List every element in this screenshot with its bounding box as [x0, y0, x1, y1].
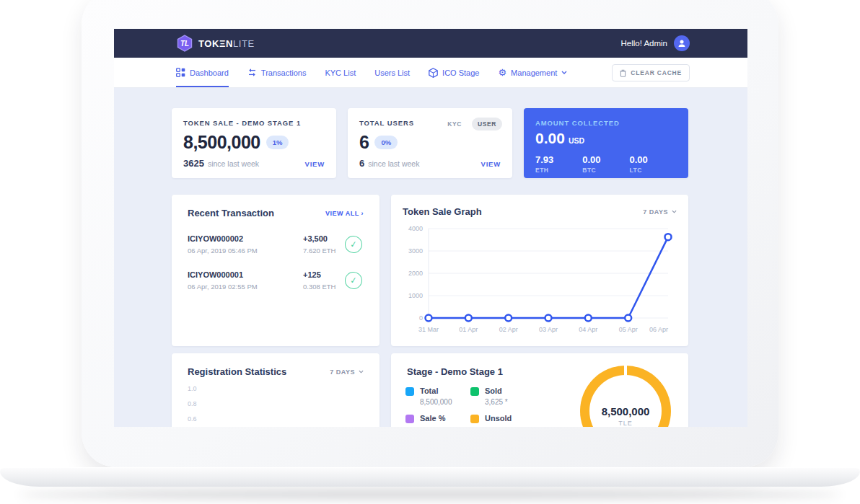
- legend-item-sale-pct: Sale %: [405, 414, 445, 423]
- svg-text:06 Apr: 06 Apr: [649, 326, 668, 333]
- svg-text:3000: 3000: [408, 247, 423, 255]
- legend-item-total: Total 8,500,000: [405, 386, 452, 406]
- amount-collected-title: AMOUNT COLLECTED: [535, 119, 677, 127]
- ltc-label: LTC: [630, 167, 677, 174]
- gauge-center: 8,500,000 TLE: [580, 405, 671, 427]
- coin-btc: 0.00 BTC: [582, 154, 629, 174]
- svg-text:0: 0: [419, 314, 423, 322]
- legend-item-sold: Sold 3,625 *: [470, 386, 508, 406]
- token-sale-delta: 3625: [183, 158, 204, 169]
- chevron-down-icon: [672, 210, 677, 213]
- svg-text:02 Apr: 02 Apr: [499, 326, 518, 333]
- total-users-badge: 0%: [374, 136, 398, 149]
- eth-value: 7.93: [535, 154, 582, 165]
- svg-text:05 Apr: 05 Apr: [619, 326, 638, 333]
- laptop-shadow: [19, 490, 841, 499]
- token-sale-card: TOKEN SALE - DEMO STAGE 1 8,500,000 1% 3…: [172, 108, 336, 178]
- total-users-delta-text: since last week: [368, 159, 419, 168]
- legend-swatch-sold: [470, 387, 479, 396]
- token-sale-badge: 1%: [266, 136, 289, 149]
- tx-date: 06 Apr, 2019 02:55 PM: [188, 283, 258, 291]
- chevron-down-icon: [359, 370, 364, 373]
- svg-text:2000: 2000: [408, 270, 423, 277]
- eth-label: ETH: [535, 167, 582, 174]
- coin-eth: 7.93 ETH: [535, 154, 582, 174]
- token-sale-delta-text: since last week: [208, 159, 259, 168]
- total-users-card: TOTAL USERS KYC USER 6 0% 6 since last w…: [348, 108, 512, 178]
- legend-swatch-total: [405, 387, 414, 396]
- content-area: TOKEN SALE - DEMO STAGE 1 8,500,000 1% 3…: [172, 29, 688, 427]
- transaction-row[interactable]: ICIYOW000002 06 Apr, 2019 05:46 PM +3,50…: [188, 234, 364, 255]
- svg-text:1000: 1000: [408, 292, 423, 299]
- graph-title: Token Sale Graph: [403, 206, 482, 217]
- legend-item-unsold: Unsold: [470, 414, 512, 423]
- gauge-value: 8,500,000: [580, 405, 671, 417]
- range-dropdown[interactable]: 7 DAYS: [330, 368, 364, 376]
- confirmed-check-icon: ✓: [344, 271, 363, 290]
- y-axis-tick: 0.6: [188, 415, 364, 423]
- registration-statistics-card: Registration Statistics 7 DAYS 1.0 0.8 0…: [172, 353, 379, 427]
- dashboard-viewport: TL TOKΞNLITE Hello! Admin: [114, 29, 747, 427]
- tx-amounts: +125 0.308 ETH: [303, 270, 335, 291]
- laptop-base: [0, 467, 860, 487]
- tx-eth: 0.308 ETH: [303, 283, 335, 291]
- tx-id: ICIYOW000001: [188, 270, 258, 279]
- total-users-value: 6: [359, 132, 369, 153]
- svg-text:04 Apr: 04 Apr: [579, 326, 597, 333]
- btc-label: BTC: [582, 167, 629, 174]
- tx-id: ICIYOW000002: [188, 234, 258, 243]
- amount-collected-card: AMOUNT COLLECTED 0.00 USD 7.93 ETH 0.00 …: [524, 108, 688, 178]
- gauge-unit: TLE: [580, 420, 671, 427]
- stage-title: Stage - Demo Stage 1: [407, 366, 503, 377]
- stage-gauge-card: Stage - Demo Stage 1 Total 8,500,000 Sol…: [391, 353, 688, 427]
- tx-left: ICIYOW000001 06 Apr, 2019 02:55 PM: [188, 270, 258, 291]
- usd-label: USD: [569, 136, 584, 145]
- toggle-user[interactable]: USER: [472, 118, 502, 131]
- token-sale-title: TOKEN SALE - DEMO STAGE 1: [183, 119, 325, 127]
- tx-left: ICIYOW000002 06 Apr, 2019 05:46 PM: [188, 234, 258, 255]
- total-users-view-link[interactable]: VIEW: [481, 160, 501, 168]
- token-sale-graph-card: Token Sale Graph 7 DAYS 4000300020001000…: [391, 195, 688, 346]
- tx-amount: +125: [303, 270, 335, 279]
- confirmed-check-icon: ✓: [344, 235, 363, 254]
- tx-amount: +3,500: [303, 234, 335, 243]
- coin-totals: 7.93 ETH 0.00 BTC 0.00 LTC: [535, 154, 677, 174]
- y-axis-tick: 0.8: [188, 400, 364, 407]
- registration-title: Registration Statistics: [188, 366, 286, 377]
- transaction-row[interactable]: ICIYOW000001 06 Apr, 2019 02:55 PM +125 …: [188, 270, 364, 291]
- token-sale-value: 8,500,000: [183, 132, 260, 153]
- view-all-link[interactable]: VIEW ALL ›: [325, 210, 364, 217]
- page: TL TOKΞNLITE Hello! Admin: [0, 0, 860, 504]
- kyc-user-toggle: KYC USER: [442, 118, 502, 131]
- legend-swatch-unsold: [470, 415, 479, 423]
- token-sale-view-link[interactable]: VIEW: [305, 160, 325, 168]
- svg-text:4000: 4000: [408, 225, 423, 232]
- coin-ltc: 0.00 LTC: [630, 154, 677, 174]
- tx-date: 06 Apr, 2019 05:46 PM: [188, 247, 258, 255]
- tx-amounts: +3,500 7.620 ETH: [303, 234, 335, 255]
- y-axis-tick: 1.0: [188, 385, 364, 392]
- svg-text:31 Mar: 31 Mar: [418, 326, 439, 333]
- range-dropdown[interactable]: 7 DAYS: [643, 208, 677, 216]
- ltc-value: 0.00: [630, 154, 677, 165]
- legend-swatch-sale-pct: [405, 415, 414, 423]
- transactions-title: Recent Transaction: [188, 208, 274, 218]
- total-users-delta: 6: [359, 158, 364, 169]
- usd-value: 0.00: [535, 130, 565, 147]
- token-sale-line-chart: 4000300020001000031 Mar01 Apr02 Apr03 Ap…: [403, 221, 677, 338]
- svg-text:03 Apr: 03 Apr: [539, 326, 558, 333]
- recent-transactions-card: Recent Transaction VIEW ALL › ICIYOW0000…: [172, 195, 379, 346]
- tx-eth: 7.620 ETH: [303, 247, 335, 255]
- toggle-kyc[interactable]: KYC: [442, 118, 468, 131]
- svg-text:01 Apr: 01 Apr: [459, 326, 478, 333]
- btc-value: 0.00: [582, 154, 629, 165]
